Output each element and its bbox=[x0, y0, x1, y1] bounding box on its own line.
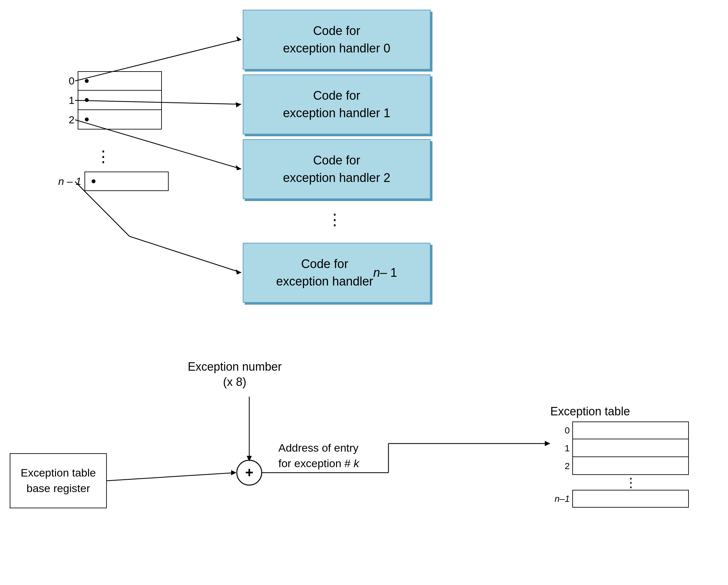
svg-marker-5 bbox=[236, 165, 241, 170]
handler-box-2: Code forexception handler 2 bbox=[243, 139, 431, 199]
row-label-2: 2 bbox=[58, 114, 74, 126]
bottom-diagram: Exception number(x 8) Exception tablebas… bbox=[0, 340, 728, 585]
exc-n1-row: n – 1 bbox=[58, 172, 168, 191]
exception-table-label: Exceptiontable bbox=[20, 0, 71, 1]
row-dot-1 bbox=[85, 98, 89, 102]
row-box-0 bbox=[78, 71, 162, 91]
right-row-box-0 bbox=[572, 422, 689, 439]
exception-table-right: Exception table 0 1 2 ⋮ n–1 bbox=[550, 405, 690, 508]
svg-marker-3 bbox=[236, 102, 241, 107]
right-vdots: ⋮ bbox=[572, 475, 690, 490]
right-n1-box bbox=[572, 490, 689, 508]
handler-box-n1: Code forexception handler n – 1 bbox=[243, 243, 431, 303]
handler-box-0: Code forexception handler 0 bbox=[243, 10, 431, 70]
svg-marker-12 bbox=[231, 470, 236, 475]
svg-line-7 bbox=[129, 236, 241, 273]
exception-table-right-rows: 0 1 2 ⋮ n–1 bbox=[550, 422, 690, 508]
vertical-dots-handlers: ⋮ bbox=[327, 210, 342, 229]
handler-box-1: Code forexception handler 1 bbox=[243, 74, 431, 134]
plus-symbol: + bbox=[245, 464, 254, 481]
row-label-1: 1 bbox=[58, 95, 74, 106]
right-n1-label: n–1 bbox=[550, 494, 570, 504]
vertical-dots-top: ⋮ bbox=[96, 147, 110, 166]
table-row: 1 bbox=[58, 91, 162, 110]
row-dot-0 bbox=[85, 79, 89, 83]
row-box-1 bbox=[78, 91, 162, 110]
right-table-row: 1 bbox=[550, 439, 690, 457]
adder-circle: + bbox=[236, 460, 262, 486]
svg-marker-1 bbox=[236, 36, 241, 42]
table-row: 2 bbox=[58, 110, 162, 129]
right-n1-row: n–1 bbox=[550, 490, 690, 508]
n1-box bbox=[84, 172, 168, 191]
exception-table-base-register: Exception tablebase register bbox=[10, 453, 107, 508]
table-row: 0 bbox=[58, 71, 162, 91]
svg-marker-8 bbox=[236, 269, 241, 275]
svg-marker-16 bbox=[545, 441, 550, 446]
row-box-2 bbox=[78, 110, 162, 129]
n1-label: n – 1 bbox=[58, 176, 81, 187]
address-entry-label: Address of entryfor exception # k bbox=[278, 440, 359, 471]
exception-table-rows: 0 1 2 bbox=[58, 71, 162, 129]
row-dot-2 bbox=[85, 118, 89, 121]
right-row-label-0: 0 bbox=[550, 425, 570, 436]
n1-dot bbox=[92, 179, 96, 183]
svg-line-11 bbox=[107, 473, 236, 481]
exception-number-label: Exception number(x 8) bbox=[188, 359, 282, 390]
right-row-label-2: 2 bbox=[550, 461, 570, 472]
right-row-box-1 bbox=[572, 439, 689, 457]
exception-table-right-label: Exception table bbox=[550, 405, 690, 418]
row-label-0: 0 bbox=[58, 75, 74, 87]
main-diagram: Exceptiontable 0 1 2 bbox=[0, 0, 728, 585]
right-row-box-2 bbox=[572, 457, 689, 475]
right-row-label-1: 1 bbox=[550, 443, 570, 454]
right-table-row: 2 bbox=[550, 457, 690, 475]
right-table-row: 0 bbox=[550, 422, 690, 439]
